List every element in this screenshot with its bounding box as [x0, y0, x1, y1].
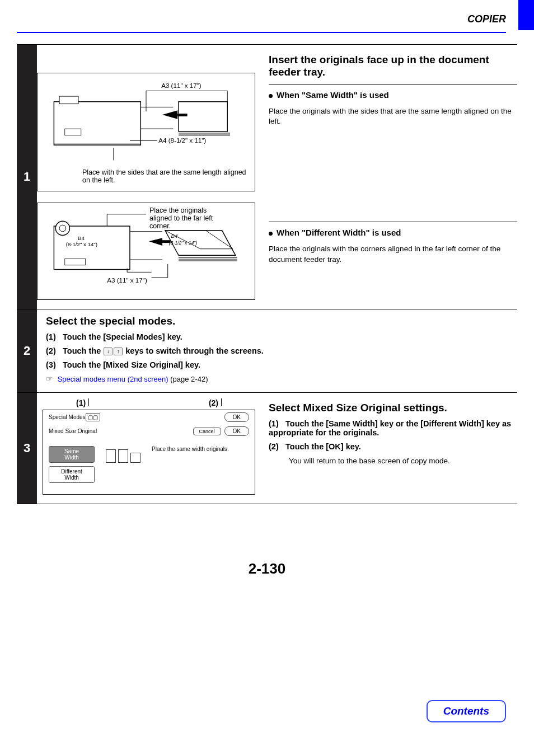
step-2-item-1: (1)Touch the [Special Modes] key. — [46, 332, 517, 341]
special-modes-label: Special Modes — [49, 414, 86, 420]
pointing-hand-icon: ☞ — [46, 374, 53, 383]
step-2: 2 Select the special modes. (1)Touch the… — [17, 309, 517, 392]
down-arrow-icon: ↓ — [104, 348, 113, 355]
diagram-caption-1: Place with the sides that are the same l… — [82, 168, 249, 184]
svg-rect-15 — [177, 114, 187, 116]
svg-rect-4 — [54, 102, 140, 145]
special-modes-link-line: ☞ Special modes menu (2nd screen) (page … — [46, 374, 517, 383]
svg-text:B4: B4 — [78, 235, 85, 241]
diff-width-desc: Place the originals with the corners ali… — [269, 244, 517, 264]
svg-point-22 — [55, 221, 69, 235]
special-modes-link[interactable]: Special modes menu (2nd screen) — [58, 375, 168, 383]
different-width-button[interactable]: Different Width — [49, 466, 95, 483]
diff-width-label: When "Different Width" is used — [269, 228, 517, 237]
bullet-icon — [269, 232, 273, 236]
step-1-title: Insert the originals face up in the docu… — [269, 54, 517, 78]
rule — [269, 222, 517, 222]
svg-rect-37 — [162, 240, 171, 243]
touchscreen-mock: Special Modes ▢▢ OK Mixed Size Original … — [43, 410, 255, 495]
page-number: 2-130 — [0, 560, 534, 577]
svg-text:(8-1/2" x 14"): (8-1/2" x 14") — [169, 240, 198, 246]
step-2-title: Select the special modes. — [46, 315, 517, 327]
up-arrow-icon: ↑ — [114, 348, 123, 355]
blue-tab — [518, 0, 534, 30]
mixed-size-label: Mixed Size Original — [49, 428, 97, 434]
same-width-button[interactable]: Same Width — [49, 446, 95, 463]
svg-text:A3 (11" x 17"): A3 (11" x 17") — [161, 82, 202, 89]
header-rule — [17, 32, 506, 33]
step-3-title: Select Mixed Size Original settings. — [269, 402, 517, 414]
step-number-3: 3 — [17, 393, 37, 504]
printer-illustration-1: A3 (11" x 17") — [43, 80, 249, 167]
step-3-item-2-sub: You will return to the base screen of co… — [289, 456, 517, 466]
mock-note-text: Place the same width originals. — [152, 446, 229, 483]
ok-button-outer[interactable]: OK — [224, 412, 249, 422]
step-3-item-2: (2)Touch the [OK] key. — [269, 442, 517, 451]
svg-rect-5 — [59, 96, 78, 104]
svg-marker-14 — [162, 110, 177, 119]
contents-button[interactable]: Contents — [427, 700, 506, 722]
step-2-item-2: (2)Touch the ↓↑ keys to switch through t… — [46, 346, 517, 355]
cancel-button[interactable]: Cancel — [193, 428, 221, 435]
step-3-item-1: (1)Touch the [Same Width] key or the [Di… — [269, 419, 517, 437]
step-2-item-3: (3)Touch the [Mixed Size Original] key. — [46, 360, 517, 369]
svg-text:A3 (11" x 17"): A3 (11" x 17") — [107, 276, 147, 284]
step-1: 1 A3 (11" x 17") — [17, 44, 517, 309]
svg-rect-10 — [179, 102, 227, 132]
svg-text:B4: B4 — [171, 233, 178, 239]
svg-marker-36 — [149, 238, 162, 246]
tray-icon: ▢▢ — [86, 413, 100, 421]
step-number-2: 2 — [17, 309, 37, 392]
rule — [269, 84, 517, 84]
header-title: COPIER — [0, 13, 506, 25]
diagram-different-width: B4 (8-1/2" x 14") B4 (8 — [37, 203, 255, 300]
same-width-label: When "Same Width" is used — [269, 90, 517, 100]
step-number-1: 1 — [17, 45, 37, 309]
diagram-same-width: A3 (11" x 17") — [37, 73, 255, 191]
original-align-icon — [106, 449, 140, 463]
bullet-icon — [269, 94, 273, 98]
ok-button-inner[interactable]: OK — [224, 426, 249, 436]
svg-text:(8-1/2" x 14"): (8-1/2" x 14") — [66, 241, 97, 247]
diagram-caption-2: Place the originals aligned to the far l… — [149, 206, 225, 230]
callout-row: (1) (2) — [43, 398, 255, 407]
step-3: 3 (1) (2) Special Modes ▢▢ OK — [17, 392, 517, 504]
same-width-desc: Place the originals with the sides that … — [269, 106, 517, 126]
svg-text:A4 (8-1/2" x 11"): A4 (8-1/2" x 11") — [158, 137, 206, 144]
